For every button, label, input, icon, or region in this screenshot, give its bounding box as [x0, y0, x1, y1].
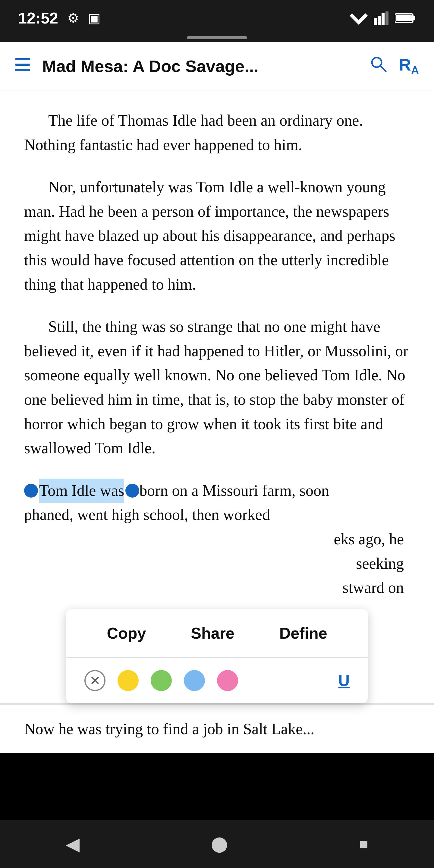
selection-handle-right[interactable]	[125, 484, 139, 498]
scroll-indicator	[187, 36, 247, 39]
svg-rect-1	[374, 18, 377, 25]
paragraph-2: Nor, unfortunately was Tom Idle a well-k…	[24, 175, 410, 297]
svg-rect-6	[413, 16, 415, 20]
paragraph-1: The life of Thomas Idle had been an ordi…	[24, 108, 410, 157]
selection-handle-left[interactable]	[24, 484, 38, 498]
status-time: 12:52	[18, 9, 58, 27]
svg-rect-10	[15, 69, 30, 71]
svg-rect-9	[15, 64, 30, 66]
app-bar: Mad Mesa: A Doc Savage... RA	[0, 42, 434, 90]
highlight-green[interactable]	[151, 670, 172, 691]
status-bar: 12:52 ⚙ ▣	[0, 0, 434, 36]
highlight-pink[interactable]	[217, 670, 238, 691]
settings-icon: ⚙	[67, 10, 79, 26]
highlight-blue[interactable]	[184, 670, 205, 691]
paragraph-3: Still, the thing was so strange that no …	[24, 315, 410, 461]
status-left: 12:52 ⚙ ▣	[18, 9, 101, 27]
underline-button[interactable]: U	[338, 672, 350, 689]
search-icon[interactable]	[370, 56, 387, 76]
context-menu: Copy Share Define ✕ U	[66, 609, 368, 703]
svg-rect-4	[385, 11, 389, 25]
svg-line-12	[380, 66, 386, 71]
context-menu-actions: Copy Share Define	[66, 609, 368, 658]
wifi-icon	[350, 11, 368, 25]
share-action[interactable]: Share	[191, 624, 235, 642]
bottom-nav: ◀ ⬤ ■	[0, 820, 434, 868]
svg-rect-8	[15, 58, 30, 60]
svg-rect-7	[396, 15, 412, 21]
selected-text: Tom Idle was	[39, 478, 124, 503]
close-icon: ✕	[90, 673, 101, 688]
back-button[interactable]: ◀	[66, 833, 80, 855]
copy-action[interactable]: Copy	[107, 624, 146, 642]
font-size-icon[interactable]: RA	[399, 55, 419, 77]
svg-rect-2	[378, 16, 381, 25]
paragraph-4: Tom Idle was born on a Missouri farm, so…	[24, 478, 410, 600]
context-menu-colors: ✕ U	[66, 658, 368, 703]
svg-marker-0	[350, 13, 368, 25]
home-button[interactable]: ⬤	[211, 835, 228, 852]
hamburger-icon[interactable]	[15, 57, 30, 75]
screenshot-icon: ▣	[88, 10, 101, 26]
recents-button[interactable]: ■	[359, 835, 368, 852]
svg-rect-3	[381, 13, 384, 25]
context-menu-wrapper: Copy Share Define ✕ U	[0, 600, 434, 703]
status-right	[350, 11, 416, 25]
bottom-preview: Now he was trying to find a job in Salt …	[0, 704, 434, 753]
close-button[interactable]: ✕	[84, 670, 105, 691]
define-action[interactable]: Define	[279, 624, 327, 642]
app-title: Mad Mesa: A Doc Savage...	[42, 56, 358, 76]
signal-icon	[374, 11, 389, 25]
reading-content: The life of Thomas Idle had been an ordi…	[0, 90, 434, 600]
content-area: The life of Thomas Idle had been an ordi…	[0, 90, 434, 753]
battery-icon	[395, 11, 416, 25]
highlight-yellow[interactable]	[118, 670, 138, 691]
